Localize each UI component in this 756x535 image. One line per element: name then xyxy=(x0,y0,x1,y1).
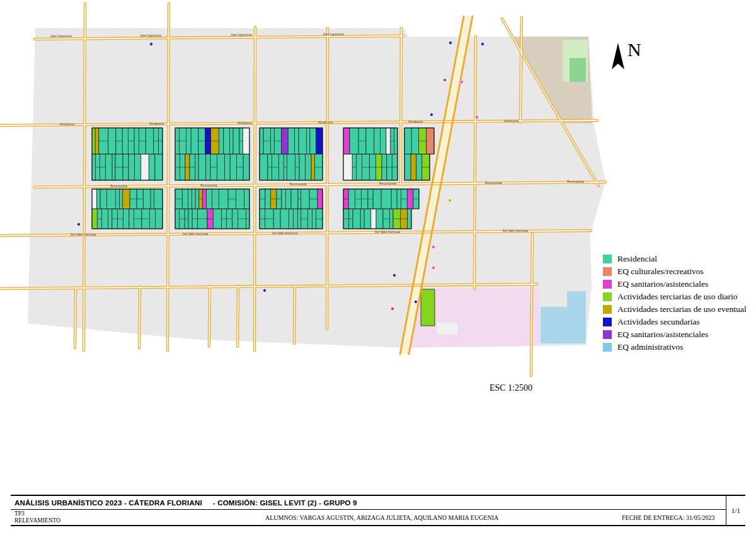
svg-text:Almafuerte: Almafuerte xyxy=(504,120,519,123)
legend: Residencial EQ culturales/recreativos EQ… xyxy=(603,253,747,354)
tp-phase: RELEVAMIENTO xyxy=(14,517,265,524)
legend-swatch xyxy=(603,255,612,263)
land-use-map: José IngenierosJosé IngenierosJosé Ingen… xyxy=(0,0,756,492)
tp-cell: TP3 RELEVAMIENTO xyxy=(11,510,265,525)
sheet-number: 1/1 xyxy=(726,496,745,525)
svg-text:Reconquista: Reconquista xyxy=(379,182,396,185)
legend-swatch xyxy=(603,280,612,289)
legend-label: Actividades terciarias de uso diario xyxy=(617,292,737,302)
svg-text:José Ingenieros: José Ingenieros xyxy=(50,35,72,38)
svg-text:Reconquista: Reconquista xyxy=(200,184,217,187)
legend-swatch xyxy=(603,305,612,314)
legend-item: EQ sanitarios/asistenciales xyxy=(603,328,747,341)
svg-text:Reconquista: Reconquista xyxy=(290,183,307,186)
legend-swatch xyxy=(603,292,612,301)
legend-swatch xyxy=(603,318,612,326)
legend-item: Actividades secundarias xyxy=(603,316,747,328)
svg-text:Del Valle Iberlucea: Del Valle Iberlucea xyxy=(272,232,297,235)
svg-text:Del Valle Iberlucea: Del Valle Iberlucea xyxy=(375,231,400,234)
scale-text: ESC 1:2500 xyxy=(490,383,532,393)
legend-swatch xyxy=(603,343,612,352)
svg-text:Almafuerte: Almafuerte xyxy=(318,121,333,124)
legend-label: Actividades secundarias xyxy=(617,317,700,327)
svg-text:Almafuerte: Almafuerte xyxy=(408,120,423,124)
legend-item: Actividades terciarias de uso diario xyxy=(603,291,747,303)
north-indicator: N xyxy=(610,40,641,72)
legend-item: EQ administrativos xyxy=(603,341,747,354)
legend-item: Residencial xyxy=(603,253,747,265)
delivery-date: FECHE DE ENTREGA: 31/05/2023 xyxy=(622,514,726,521)
legend-label: EQ administrativos xyxy=(617,342,684,352)
svg-text:Almafuerte: Almafuerte xyxy=(238,122,253,125)
svg-text:Reconquista: Reconquista xyxy=(485,181,502,185)
legend-item: Actividades terciarias de uso eventual xyxy=(603,303,747,316)
project-title: ANÁLISIS URBANÍSTICO 2023 - CÁTEDRA FLOR… xyxy=(11,496,726,510)
svg-text:Del Valle Iberlucea: Del Valle Iberlucea xyxy=(183,233,208,236)
north-arrow-icon xyxy=(610,40,626,72)
svg-text:José Ingenieros: José Ingenieros xyxy=(323,33,344,36)
legend-item: EQ sanitarios/asistenciales xyxy=(603,278,747,291)
svg-text:Almafuerte: Almafuerte xyxy=(60,123,75,126)
legend-label: EQ sanitarios/asistenciales xyxy=(617,279,708,289)
svg-text:José Ingenieros: José Ingenieros xyxy=(140,34,161,37)
titleblock-row2: TP3 RELEVAMIENTO ALUMNOS: VARGAS AGUSTIN… xyxy=(11,510,726,525)
legend-label: EQ sanitarios/asistenciales xyxy=(617,330,708,340)
svg-text:José Ingenieros: José Ingenieros xyxy=(231,33,252,37)
legend-label: EQ culturales/recreativos xyxy=(617,267,704,277)
svg-text:Almafuerte: Almafuerte xyxy=(149,122,164,125)
north-label: N xyxy=(627,40,641,59)
svg-text:Reconquista: Reconquista xyxy=(110,185,127,188)
legend-label: Actividades terciarias de uso eventual xyxy=(617,304,747,314)
titleblock-main: ANÁLISIS URBANÍSTICO 2023 - CÁTEDRA FLOR… xyxy=(11,496,726,525)
svg-text:Del Valle Iberlucea: Del Valle Iberlucea xyxy=(71,233,96,236)
legend-item: EQ culturales/recreativos xyxy=(603,265,747,278)
legend-swatch xyxy=(603,330,612,339)
legend-swatch xyxy=(603,267,612,276)
tp-code: TP3 xyxy=(14,510,265,517)
svg-text:Del Valle Iberlucea: Del Valle Iberlucea xyxy=(503,229,528,233)
parcel-blocks-layer xyxy=(92,128,434,229)
titleblock: ANÁLISIS URBANÍSTICO 2023 - CÁTEDRA FLOR… xyxy=(11,495,745,526)
svg-text:Reconquista: Reconquista xyxy=(567,180,584,183)
students: ALUMNOS: VARGAS AGUSTIN, ARIZAGA JULIETA… xyxy=(265,514,622,521)
legend-label: Residencial xyxy=(617,254,657,264)
